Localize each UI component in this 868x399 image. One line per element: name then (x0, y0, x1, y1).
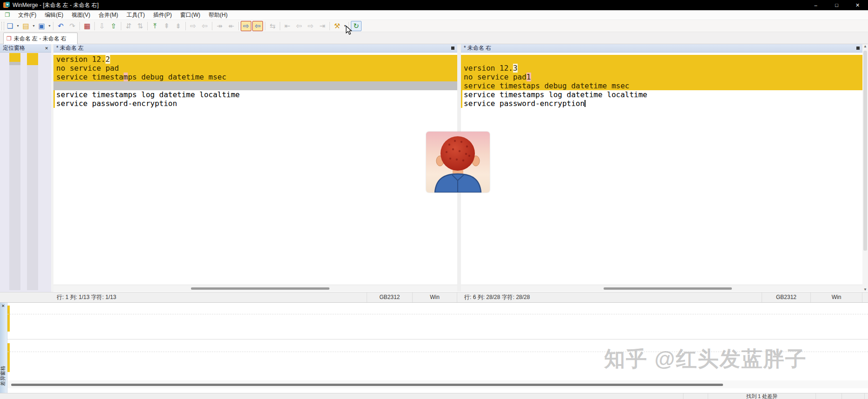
editor-line[interactable]: version 12.2 (53, 55, 457, 64)
menu-item-3[interactable]: 合并(M) (94, 10, 122, 20)
minimize-button[interactable]: – (805, 0, 826, 10)
next-file-button[interactable]: ⇨ (305, 21, 316, 31)
editor-line[interactable]: service timestaps debug datetime msec (461, 81, 862, 90)
diff-pane-title: 差异窗格 (0, 366, 7, 386)
new-file-button[interactable]: ❏ (5, 21, 15, 31)
scroll-down-icon[interactable]: ▼ (863, 287, 867, 292)
inline-diff-highlight: 2 (105, 55, 110, 64)
left-pane-header-grip[interactable] (451, 47, 454, 50)
diff-pane-scroll-thumb[interactable] (11, 384, 723, 386)
right-pane-header[interactable]: * 未命名 右 (461, 44, 862, 53)
goto-right-button[interactable]: ⇨ (188, 21, 198, 31)
diff-pane-tab[interactable]: ✕ 差异窗格 (0, 303, 7, 393)
diff-pane-scrollbar[interactable] (7, 380, 868, 388)
editor-line[interactable] (53, 81, 457, 90)
location-map-right-strip[interactable] (27, 53, 38, 290)
left-hscroll-thumb[interactable] (191, 287, 329, 290)
left-pane-header[interactable]: * 未命名 左 (53, 44, 457, 53)
first-diff-button[interactable]: ⤒ (150, 21, 160, 31)
menu-item-7[interactable]: 帮助(H) (204, 10, 232, 20)
scroll-up-icon[interactable]: ▲ (863, 44, 867, 48)
copy-to-left-button[interactable]: ⇦ (252, 21, 263, 31)
left-cursor-position: 行: 1 列: 1/13 字符: 1/13 (53, 293, 367, 303)
prev-file-button[interactable]: ⇦ (294, 21, 304, 31)
statusbar-cell (842, 393, 864, 399)
next-conflict-button[interactable]: ⇟ (173, 21, 184, 31)
goto-left-button[interactable]: ⇦ (199, 21, 210, 31)
copy-to-right-button[interactable]: ⇨ (241, 21, 251, 31)
location-pane-close-icon[interactable]: ✕ (45, 46, 48, 51)
new-file-icon: ❏ (7, 22, 13, 30)
save-dropdown-icon[interactable]: ▾ (47, 24, 52, 28)
location-map-left-strip[interactable] (9, 53, 20, 290)
left-horizontal-scrollbar[interactable] (53, 285, 457, 292)
first-file-button[interactable]: ⇤ (282, 21, 293, 31)
editor-line[interactable]: service password-encryption (461, 99, 862, 108)
auto-merge-button[interactable]: ⇆ (267, 21, 278, 31)
view-line-diffs-button[interactable]: ⇩ (97, 21, 107, 31)
maximize-button[interactable]: □ (826, 0, 847, 10)
editor-line[interactable]: service timestamps log datetime localtim… (461, 90, 862, 99)
editor-line[interactable]: no service pad (53, 64, 457, 73)
editor-line[interactable]: service password-encryption (53, 99, 457, 108)
swap-panes-button[interactable]: ⇧ (108, 21, 119, 31)
menu-item-6[interactable]: 窗口(W) (176, 10, 204, 20)
tab-compare-document[interactable]: ❐ 未命名 左 - 未命名 右 (3, 33, 78, 44)
plugins-button[interactable]: ⚒ (332, 21, 342, 31)
menu-item-1[interactable]: 编辑(E) (40, 10, 67, 20)
redo-icon: ↷ (69, 22, 75, 30)
menu-item-4[interactable]: 工具(T) (122, 10, 149, 20)
close-button[interactable]: ✕ (847, 0, 868, 10)
open-file-dropdown-icon[interactable]: ▾ (32, 24, 36, 28)
redo-button[interactable]: ↷ (67, 21, 78, 31)
toolbar-separator (265, 22, 265, 30)
undo-button[interactable]: ↶ (55, 21, 66, 31)
location-map-left-ghost-block[interactable] (9, 62, 20, 65)
mouse-cursor (346, 26, 353, 35)
copy-left-advance-button[interactable]: ↞ (226, 21, 237, 31)
editor-line[interactable]: no service pad1 (461, 73, 862, 81)
right-horizontal-scrollbar[interactable] (461, 285, 862, 292)
location-map-left-diff-block[interactable] (9, 53, 20, 62)
diff-pane-left-text[interactable] (7, 303, 868, 339)
prev-conflict-button[interactable]: ⇞ (161, 21, 172, 31)
menu-item-2[interactable]: 视图(V) (67, 10, 94, 20)
swap-panes-icon: ⇧ (111, 22, 117, 30)
diff-pane-left-diff-bar (7, 306, 10, 332)
location-pane[interactable] (0, 53, 51, 292)
next-page-button[interactable]: ⇅ (135, 21, 145, 31)
refresh-icon: ↻ (353, 22, 359, 30)
rescan-button[interactable]: ▦ (82, 21, 92, 31)
editor-line[interactable]: service timestamps debug datetime msec (53, 73, 457, 81)
tabbar: ❐ 未命名 左 - 未命名 右 (0, 32, 868, 44)
document-icon: ❐ (4, 12, 11, 18)
editor-line[interactable] (461, 55, 862, 64)
right-editor[interactable]: version 12.3no service pad1service times… (461, 53, 862, 285)
open-file-button[interactable]: ▤ (20, 21, 31, 31)
editor-line[interactable]: service timestamps log datetime localtim… (53, 90, 457, 99)
toolbar-separator (280, 22, 280, 30)
editor-line[interactable]: version 12.3 (461, 64, 862, 73)
location-splitter[interactable] (51, 44, 53, 302)
diff-pane-close-icon[interactable]: ✕ (1, 304, 5, 308)
statusbar-cell (683, 393, 708, 399)
vscroll-thumb[interactable] (863, 51, 867, 251)
pane-status-row: 行: 1 列: 1/13 字符: 1/13 GB2312 Win 行: 6 列:… (0, 292, 868, 302)
right-hscroll-thumb[interactable] (604, 287, 732, 290)
inline-diff-highlight: m (124, 73, 128, 81)
location-map-right-diff-block[interactable] (27, 53, 38, 65)
prev-page-button[interactable]: ⇵ (123, 21, 134, 31)
new-file-dropdown-icon[interactable]: ▾ (16, 24, 20, 28)
inline-diff-highlight: 1 (526, 73, 531, 81)
right-pane-header-grip[interactable] (856, 47, 860, 50)
copy-to-left-icon: ⇦ (255, 22, 261, 30)
toolbar: ❏▾▤▾▣▾↶↷▦⇩⇧⇵⇅⤒⇞⇟⇨⇦↠↞⇨⇦⇆⇤⇦⇨⇥⚒▾↻ (0, 20, 868, 32)
menu-item-5[interactable]: 插件(P) (149, 10, 176, 20)
copy-right-advance-button[interactable]: ↠ (214, 21, 225, 31)
prev-page-icon: ⇵ (125, 22, 132, 30)
menu-item-0[interactable]: 文件(F) (14, 10, 40, 20)
last-file-button[interactable]: ⇥ (317, 21, 328, 31)
copy-left-advance-icon: ↞ (228, 22, 234, 30)
left-editor[interactable]: version 12.2no service padservice timest… (53, 53, 457, 285)
save-button[interactable]: ▣ (36, 21, 47, 31)
